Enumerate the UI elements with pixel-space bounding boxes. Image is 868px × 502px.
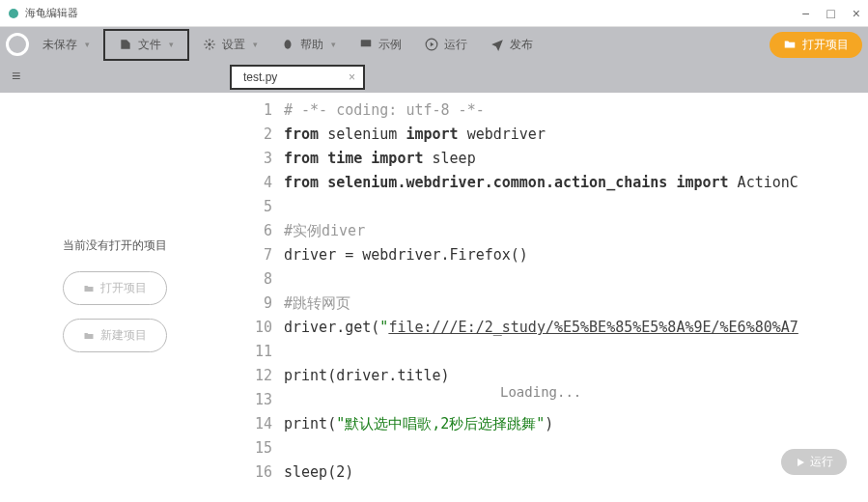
examples-menu[interactable]: 示例	[350, 33, 411, 57]
line-number: 8	[230, 267, 272, 292]
open-project-button[interactable]: 打开项目	[770, 32, 862, 58]
publish-menu[interactable]: 发布	[481, 33, 543, 57]
gear-icon	[203, 38, 216, 51]
sidebar-message: 当前没有打开的项目	[63, 237, 167, 254]
folder-icon	[83, 283, 95, 294]
main-area: 当前没有打开的项目 打开项目 新建项目 12345678910111213141…	[0, 93, 868, 502]
code-line[interactable]: #实例diver	[284, 219, 868, 243]
sidebar: 当前没有打开的项目 打开项目 新建项目	[0, 93, 230, 502]
play-icon	[795, 457, 806, 468]
folder-open-icon	[783, 38, 797, 51]
unsaved-indicator[interactable]: 未保存▾	[33, 33, 99, 57]
line-number: 4	[230, 171, 272, 195]
send-icon	[490, 38, 504, 51]
toolbar: 未保存▾ 文件▾ 设置▾ 帮助▾ 示例 运行 发布 打开项目	[0, 27, 868, 62]
tab-testpy[interactable]: test.py ×	[230, 65, 365, 90]
hamburger-icon[interactable]: ≡	[12, 68, 20, 85]
maximize-button[interactable]: □	[826, 6, 834, 21]
file-menu-highlight: 文件▾	[103, 29, 189, 61]
code-line[interactable]: driver.get("file:///E:/2_study/%E5%BE%85…	[284, 316, 868, 340]
line-number: 13	[230, 388, 272, 412]
code-line[interactable]: from selenium import webdriver	[284, 123, 868, 147]
line-number: 5	[230, 195, 272, 219]
line-number: 16	[230, 460, 272, 485]
close-button[interactable]: ×	[853, 6, 860, 21]
code-line[interactable]: # -*- coding: utf-8 -*-	[284, 98, 868, 123]
line-number: 9	[230, 292, 272, 316]
file-menu[interactable]: 文件▾	[109, 33, 183, 57]
play-circle-icon	[425, 38, 438, 51]
settings-menu[interactable]: 设置▾	[193, 33, 267, 57]
svg-point-0	[9, 9, 18, 18]
file-icon	[119, 38, 132, 51]
code-line[interactable]	[284, 340, 868, 364]
loading-overlay: Loading...	[500, 384, 581, 400]
code-line[interactable]: #跳转网页	[284, 292, 868, 316]
line-number: 15	[230, 436, 272, 460]
line-number: 1	[230, 98, 272, 123]
help-menu[interactable]: 帮助▾	[271, 33, 346, 57]
svg-point-1	[208, 42, 211, 46]
code-line[interactable]: from time import sleep	[284, 147, 868, 171]
new-file-button[interactable]	[6, 33, 29, 56]
code-line[interactable]	[284, 267, 868, 292]
tab-label: test.py	[243, 70, 277, 84]
app-title: 海龟编辑器	[8, 6, 78, 20]
svg-point-2	[285, 40, 292, 48]
bug-icon	[281, 38, 294, 51]
line-number: 14	[230, 412, 272, 436]
sidebar-new-button[interactable]: 新建项目	[63, 319, 167, 352]
minimize-button[interactable]: −	[801, 6, 809, 21]
code-line[interactable]: print("默认选中唱歌,2秒后选择跳舞")	[284, 412, 868, 436]
line-number: 10	[230, 316, 272, 340]
line-number: 12	[230, 364, 272, 388]
monitor-icon	[359, 38, 373, 51]
line-number: 2	[230, 123, 272, 147]
run-button[interactable]: 运行	[781, 449, 847, 475]
svg-rect-3	[361, 40, 372, 46]
code-line[interactable]	[284, 195, 868, 219]
tabbar: test.py ×	[0, 62, 868, 93]
code-content[interactable]: # -*- coding: utf-8 -*-from selenium imp…	[284, 93, 868, 502]
line-gutter: 12345678910111213141516	[230, 93, 284, 502]
titlebar: 海龟编辑器 − □ ×	[0, 0, 868, 27]
line-number: 7	[230, 243, 272, 267]
line-number: 3	[230, 147, 272, 171]
app-icon	[8, 8, 19, 19]
folder-plus-icon	[83, 330, 95, 342]
code-line[interactable]: from selenium.webdriver.common.action_ch…	[284, 171, 868, 195]
sidebar-open-button[interactable]: 打开项目	[63, 271, 167, 305]
line-number: 11	[230, 340, 272, 364]
code-line[interactable]	[284, 436, 868, 460]
tab-close-icon[interactable]: ×	[349, 70, 355, 84]
line-number: 6	[230, 219, 272, 243]
code-editor[interactable]: 12345678910111213141516 # -*- coding: ut…	[230, 93, 868, 502]
code-line[interactable]: driver = webdriver.Firefox()	[284, 243, 868, 267]
run-menu[interactable]: 运行	[415, 33, 477, 57]
